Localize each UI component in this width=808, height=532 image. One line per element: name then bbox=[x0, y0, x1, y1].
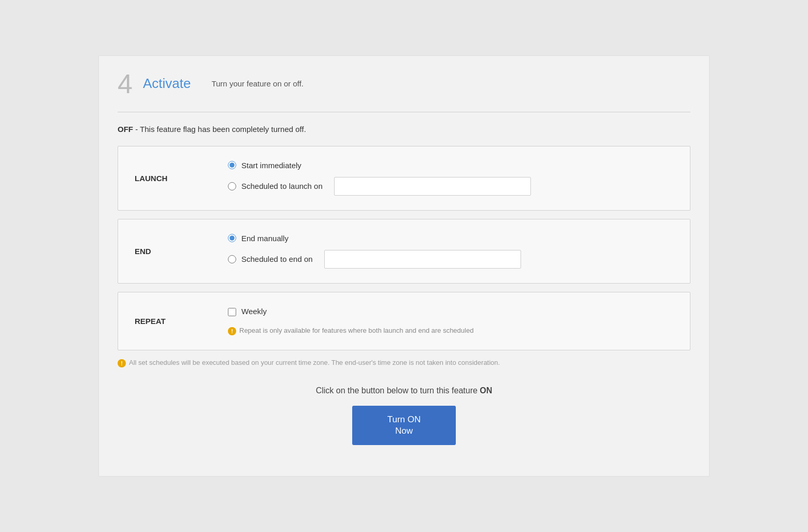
cta-section: Click on the button below to turn this f… bbox=[118, 382, 690, 457]
launch-card: LAUNCH Start immediately Scheduled to la… bbox=[118, 146, 690, 211]
repeat-card: REPEAT Weekly ! Repeat is only available… bbox=[118, 292, 690, 350]
launch-scheduled-label[interactable]: Scheduled to launch on bbox=[241, 182, 323, 190]
launch-scheduled-radio[interactable] bbox=[228, 182, 236, 190]
timezone-note: ! All set schedules will be executed bas… bbox=[118, 359, 690, 367]
end-scheduled-label[interactable]: Scheduled to end on bbox=[241, 255, 313, 263]
launch-label: LAUNCH bbox=[135, 174, 228, 183]
content-section: OFF - This feature flag has been complet… bbox=[99, 112, 709, 476]
launch-immediate-radio[interactable] bbox=[228, 161, 236, 169]
weekly-option[interactable]: Weekly bbox=[228, 307, 673, 316]
end-card: END End manually Scheduled to end on bbox=[118, 219, 690, 284]
repeat-note-text: Repeat is only available for features wh… bbox=[239, 327, 473, 334]
cta-instruction-bold: ON bbox=[480, 386, 492, 395]
status-text: OFF - This feature flag has been complet… bbox=[118, 125, 690, 134]
turn-on-button-line1: Turn ON bbox=[387, 415, 421, 424]
end-manual-option[interactable]: End manually bbox=[228, 234, 673, 243]
timezone-note-text: All set schedules will be executed based… bbox=[129, 359, 500, 366]
weekly-checkbox[interactable] bbox=[228, 308, 236, 316]
status-label: OFF bbox=[118, 125, 133, 134]
end-scheduled-option[interactable]: Scheduled to end on bbox=[228, 250, 673, 269]
launch-options: Start immediately Scheduled to launch on bbox=[228, 161, 673, 196]
end-options: End manually Scheduled to end on bbox=[228, 234, 673, 269]
repeat-options: Weekly ! Repeat is only available for fe… bbox=[228, 307, 673, 335]
timezone-info-icon: ! bbox=[118, 359, 126, 367]
turn-on-button-line2: Now bbox=[395, 426, 413, 436]
end-scheduled-radio[interactable] bbox=[228, 255, 236, 263]
end-manual-label[interactable]: End manually bbox=[241, 234, 288, 243]
end-manual-radio[interactable] bbox=[228, 234, 236, 242]
step-description: Turn your feature on or off. bbox=[211, 79, 304, 88]
launch-scheduled-option[interactable]: Scheduled to launch on bbox=[228, 177, 673, 196]
weekly-label[interactable]: Weekly bbox=[241, 307, 267, 316]
header-section: 4 Activate Turn your feature on or off. bbox=[99, 56, 709, 112]
end-date-input[interactable] bbox=[324, 250, 521, 269]
step-number: 4 bbox=[118, 70, 133, 97]
repeat-note: ! Repeat is only available for features … bbox=[228, 327, 673, 335]
launch-date-input[interactable] bbox=[334, 177, 531, 196]
cta-instruction: Click on the button below to turn this f… bbox=[118, 386, 690, 395]
main-container: 4 Activate Turn your feature on or off. … bbox=[98, 55, 710, 477]
repeat-info-icon: ! bbox=[228, 327, 236, 335]
status-description: - This feature flag has been completely … bbox=[133, 125, 306, 134]
step-title: Activate bbox=[143, 76, 191, 92]
repeat-label: REPEAT bbox=[135, 317, 228, 326]
launch-immediate-option[interactable]: Start immediately bbox=[228, 161, 673, 170]
launch-immediate-label[interactable]: Start immediately bbox=[241, 161, 301, 170]
turn-on-button[interactable]: Turn ON Now bbox=[352, 406, 456, 445]
end-label: END bbox=[135, 247, 228, 256]
cta-instruction-text: Click on the button below to turn this f… bbox=[316, 386, 480, 395]
